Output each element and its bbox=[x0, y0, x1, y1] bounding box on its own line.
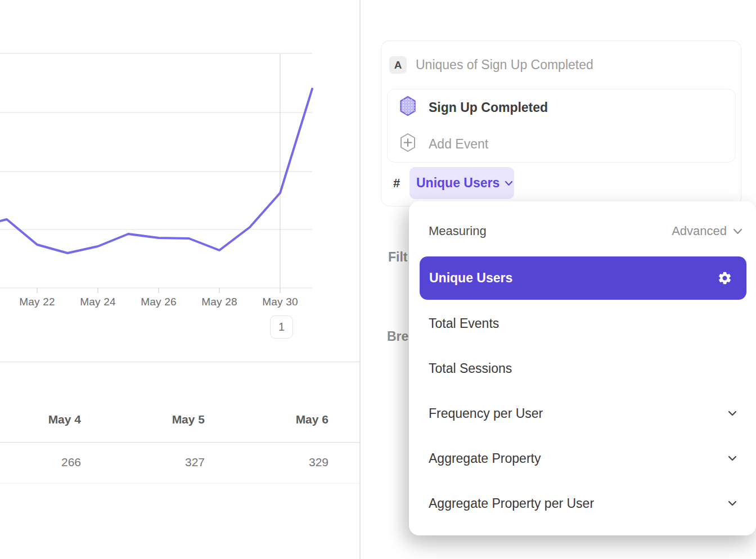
chevron-down-icon bbox=[728, 411, 737, 416]
chevron-down-icon bbox=[728, 501, 737, 506]
chevron-down-icon bbox=[733, 228, 742, 235]
line-chart bbox=[0, 0, 360, 366]
table-cell: 329 bbox=[250, 456, 328, 470]
measuring-dropdown-menu: Measuring Advanced Unique Users Total Ev… bbox=[409, 201, 756, 535]
add-event-hexagon-plus-icon bbox=[399, 133, 416, 155]
table-header-separator bbox=[0, 442, 359, 443]
menu-item-label: Total Sessions bbox=[429, 361, 512, 376]
menu-mode-toggle[interactable]: Advanced bbox=[672, 224, 742, 238]
x-axis-label: May 30 bbox=[254, 296, 306, 308]
measure-type-symbol: # bbox=[393, 176, 410, 191]
event-row[interactable]: Sign Up Completed bbox=[399, 97, 548, 118]
table-column-header: May 6 bbox=[250, 413, 328, 427]
menu-item-label: Aggregate Property per User bbox=[429, 496, 594, 511]
table-top-divider bbox=[0, 362, 359, 362]
series-page-badge[interactable]: 1 bbox=[270, 315, 293, 339]
table-column-header: May 4 bbox=[2, 413, 81, 427]
chevron-down-icon bbox=[728, 456, 737, 461]
query-row-badge: A bbox=[389, 56, 407, 74]
menu-item-label: Total Events bbox=[429, 316, 499, 331]
menu-title: Measuring bbox=[429, 224, 487, 238]
measure-dropdown-button[interactable]: Unique Users bbox=[410, 167, 514, 199]
menu-item-aggregate-property-per-user[interactable]: Aggregate Property per User bbox=[429, 492, 737, 515]
chevron-down-icon bbox=[505, 181, 513, 186]
event-hexagon-icon bbox=[399, 96, 416, 119]
add-event-button[interactable]: Add Event bbox=[399, 133, 488, 155]
measure-row: # Unique Users bbox=[393, 167, 514, 199]
menu-item-label: Aggregate Property bbox=[429, 451, 541, 466]
event-name: Sign Up Completed bbox=[429, 100, 548, 115]
table-cell: 266 bbox=[2, 456, 81, 470]
trend-line bbox=[0, 89, 312, 253]
gear-icon[interactable] bbox=[717, 271, 732, 286]
query-title: Uniques of Sign Up Completed bbox=[416, 57, 593, 73]
breakdown-section-heading: Bre bbox=[387, 329, 408, 344]
menu-item-total-sessions[interactable]: Total Sessions bbox=[429, 357, 737, 380]
x-axis-label: May 28 bbox=[194, 296, 245, 308]
add-event-label: Add Event bbox=[429, 137, 488, 152]
filter-section-heading: Filt bbox=[388, 250, 408, 265]
panel-divider bbox=[359, 0, 361, 559]
table-column-header: May 5 bbox=[126, 413, 205, 427]
menu-mode-label: Advanced bbox=[672, 224, 727, 238]
analytics-app: May 22 May 24 May 26 May 28 May 30 1 May… bbox=[0, 0, 756, 559]
menu-item-unique-users[interactable]: Unique Users bbox=[420, 256, 746, 300]
event-card: Sign Up Completed Add Event bbox=[387, 89, 736, 163]
menu-item-frequency-per-user[interactable]: Frequency per User bbox=[429, 402, 737, 425]
menu-item-total-events[interactable]: Total Events bbox=[429, 312, 737, 335]
query-card: A Uniques of Sign Up Completed bbox=[381, 40, 741, 206]
x-axis-label: May 26 bbox=[133, 296, 184, 308]
menu-item-label: Frequency per User bbox=[429, 406, 543, 421]
measure-dropdown-label: Unique Users bbox=[416, 175, 500, 191]
menu-item-label: Unique Users bbox=[429, 271, 512, 286]
x-axis-label: May 22 bbox=[11, 296, 63, 308]
table-row-separator bbox=[0, 483, 359, 484]
table-cell: 327 bbox=[126, 456, 205, 470]
x-axis-label: May 24 bbox=[72, 296, 124, 308]
menu-item-aggregate-property[interactable]: Aggregate Property bbox=[429, 447, 737, 470]
